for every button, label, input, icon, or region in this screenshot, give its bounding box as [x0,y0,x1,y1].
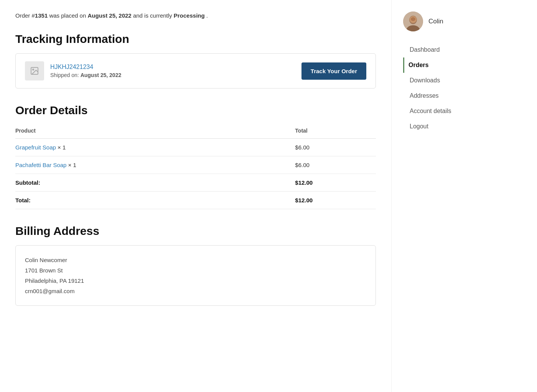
billing-section-title: Billing Address [15,225,376,238]
main-content: Order #1351 was placed on August 25, 202… [0,0,391,392]
tracking-number-link[interactable]: HJKHJ2421234 [50,64,93,70]
product-link[interactable]: Grapefruit Soap [15,144,56,151]
order-status: Processing [174,12,205,19]
sidebar-link-logout[interactable]: Logout [404,119,487,134]
track-order-button[interactable]: Track Your Order [301,62,366,80]
total-row: Total: $12.00 [15,192,376,209]
sidebar-link-account-details[interactable]: Account details [404,103,487,119]
sidebar: Colin DashboardOrdersDownloadsAddressesA… [391,0,499,392]
sidebar-item-addresses[interactable]: Addresses [403,88,487,103]
product-cell: Grapefruit Soap × 1 [15,139,295,156]
table-row: Grapefruit Soap × 1 $6.00 [15,139,376,156]
sidebar-item-account-details[interactable]: Account details [403,103,487,119]
subtotal-row: Subtotal: $12.00 [15,174,376,192]
sidebar-nav: DashboardOrdersDownloadsAddressesAccount… [403,42,487,134]
billing-city-state-zip: Philadelphia, PA 19121 [25,276,366,286]
sidebar-username: Colin [428,18,443,25]
order-details-title: Order Details [15,104,376,117]
table-row: Pachafetti Bar Soap × 1 $6.00 [15,156,376,174]
subtotal-label: Subtotal: [15,174,295,192]
total-value: $12.00 [295,192,376,209]
order-number: 1351 [35,12,48,19]
product-quantity: × 1 [58,144,66,151]
sidebar-item-logout[interactable]: Logout [403,119,487,134]
order-notice: Order #1351 was placed on August 25, 202… [15,12,376,19]
sidebar-item-dashboard[interactable]: Dashboard [403,42,487,57]
tracking-card: HJKHJ2421234 Shipped on: August 25, 2022… [15,53,376,89]
order-table: Product Total Grapefruit Soap × 1 $6.00 … [15,125,376,209]
sidebar-link-downloads[interactable]: Downloads [404,73,487,88]
total-label: Total: [15,192,295,209]
tracking-image-placeholder [25,61,44,80]
svg-point-6 [411,17,415,21]
sidebar-user: Colin [403,11,487,31]
notice-period: . [206,12,208,19]
col-total-header: Total [295,125,376,139]
notice-suffix: and is currently [133,12,174,19]
product-quantity: × 1 [68,162,76,168]
sidebar-link-dashboard[interactable]: Dashboard [404,42,487,57]
product-price: $6.00 [295,139,376,156]
tracking-section-title: Tracking Information [15,33,376,46]
subtotal-value: $12.00 [295,174,376,192]
sidebar-item-orders[interactable]: Orders [403,57,487,73]
billing-section: Billing Address Colin Newcomer 1701 Brow… [15,225,376,306]
shipped-date: August 25, 2022 [81,72,122,78]
sidebar-item-downloads[interactable]: Downloads [403,73,487,88]
order-date: August 25, 2022 [87,12,131,19]
col-product-header: Product [15,125,295,139]
sidebar-link-orders[interactable]: Orders [404,57,487,73]
billing-card: Colin Newcomer 1701 Brown St Philadelphi… [15,245,376,306]
billing-address1: 1701 Brown St [25,265,366,276]
tracking-info: HJKHJ2421234 Shipped on: August 25, 2022 [50,64,121,78]
shipped-label: Shipped on: [50,72,81,78]
sidebar-link-addresses[interactable]: Addresses [404,88,487,103]
svg-point-1 [33,69,34,70]
order-details-section: Order Details Product Total Grapefruit S… [15,104,376,209]
notice-middle: was placed on [49,12,87,19]
product-cell: Pachafetti Bar Soap × 1 [15,156,295,174]
product-price: $6.00 [295,156,376,174]
tracking-left: HJKHJ2421234 Shipped on: August 25, 2022 [25,61,121,80]
billing-email: crn001@gmail.com [25,286,366,296]
billing-name: Colin Newcomer [25,255,366,265]
shipped-on: Shipped on: August 25, 2022 [50,72,121,78]
product-link[interactable]: Pachafetti Bar Soap [15,162,66,168]
avatar [403,11,423,31]
